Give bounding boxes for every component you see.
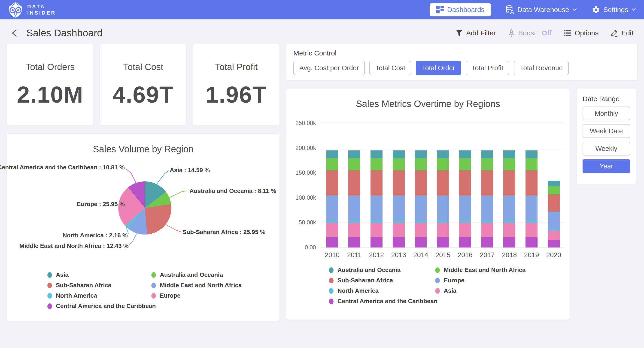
bar-column-2020[interactable] [542, 123, 565, 247]
chevron-down-icon [572, 8, 577, 11]
options-button[interactable]: Options [564, 29, 598, 37]
kpi-row: Total Orders 2.10M Total Cost 4.69T Tota… [7, 44, 280, 126]
legend-item-central-america-and-the-caribbean[interactable]: Central America and the Caribbean [329, 298, 435, 305]
kpi-card-total-profit: Total Profit 1.96T [193, 44, 280, 126]
brand-logo[interactable]: DATA INSIDER [8, 2, 56, 18]
legend-item-sub-saharan-africa[interactable]: Sub-Saharan Africa [329, 277, 435, 284]
gridline [321, 247, 565, 248]
legend-item-europe[interactable]: Europe [151, 292, 280, 299]
bar-stack-2016 [459, 150, 471, 247]
bar-segment-sub-saharan-africa [526, 170, 538, 195]
metric-option-total-order[interactable]: Total Order [416, 61, 461, 75]
boost-toggle[interactable]: Boost: Off [508, 29, 552, 37]
metric-option-avg-cost-per-order[interactable]: Avg. Cost per Order [293, 61, 365, 75]
bar-segment-north-america [370, 221, 382, 223]
legend-dot-icon [47, 283, 52, 288]
bar-segment-sub-saharan-africa [437, 170, 449, 195]
legend-item-north-america[interactable]: North America [47, 292, 151, 299]
metric-option-total-cost[interactable]: Total Cost [369, 61, 411, 75]
bar-segment-sub-saharan-africa [393, 170, 405, 195]
bar-stack-2014 [415, 150, 427, 247]
legend-dot-icon [435, 288, 440, 294]
bar-column-2013[interactable] [388, 123, 410, 247]
bar-segment-europe [393, 195, 405, 221]
bar-chart-card: Sales Metrics Overtime by Regions 250.00… [286, 89, 570, 319]
bar-segment-australia-and-oceania [348, 150, 360, 158]
bar-segment-middle-east-and-north-africa [370, 158, 382, 170]
add-filter-button[interactable]: Add Filter [456, 29, 496, 37]
legend-item-north-america[interactable]: North America [329, 287, 435, 294]
legend-item-sub-saharan-africa[interactable]: Sub-Saharan Africa [47, 282, 151, 289]
legend-dot-icon [435, 267, 440, 273]
legend-item-middle-east-and-north-africa[interactable]: Middle East and North Africa [151, 282, 280, 289]
bar-plot[interactable] [321, 123, 565, 247]
bar-segment-asia [415, 223, 427, 237]
dashboards-grid-icon [436, 6, 444, 14]
pie-legend: AsiaSub-Saharan AfricaNorth AmericaCentr… [47, 271, 280, 310]
bar-segment-middle-east-and-north-africa [459, 158, 471, 170]
legend-item-central-america-and-the-caribbean[interactable]: Central America and the Caribbean [47, 302, 151, 310]
bar-column-2018[interactable] [498, 123, 520, 247]
bar-column-2011[interactable] [343, 123, 366, 247]
bar-column-2014[interactable] [410, 123, 432, 247]
bar-y-axis: 250.00k200.00k150.00k100.00k50.00k0.00 [288, 123, 316, 247]
date-range-option-monthly[interactable]: Monthly [582, 107, 630, 120]
pie-chart[interactable] [118, 181, 172, 234]
bar-chart-title: Sales Metrics Overtime by Regions [286, 89, 570, 109]
bar-legend: Australia and OceaniaSub-Saharan AfricaN… [329, 266, 526, 305]
bar-stack-2015 [437, 150, 449, 247]
page-header: Sales Dashboard Add Filter Boost: [0, 20, 644, 44]
y-axis-tick: 150.00k [288, 169, 316, 176]
legend-item-australia-and-oceania[interactable]: Australia and Oceania [329, 266, 435, 274]
x-axis-label-2019: 2019 [520, 251, 542, 259]
bar-segment-central-america-and-the-caribbean [348, 237, 360, 247]
date-range-option-weekly[interactable]: Weekly [582, 142, 630, 156]
metric-option-total-revenue[interactable]: Total Revenue [514, 61, 569, 75]
bar-segment-sub-saharan-africa [326, 170, 338, 195]
metric-option-total-profit[interactable]: Total Profit [466, 61, 509, 75]
bar-segment-australia-and-oceania [481, 150, 493, 158]
back-button[interactable] [11, 28, 18, 38]
bar-segment-middle-east-and-north-africa [437, 158, 449, 170]
nav-item-data-warehouse[interactable]: Data Warehouse [506, 5, 577, 14]
bar-segment-north-america [503, 221, 515, 223]
bar-stack-2011 [348, 150, 360, 247]
legend-item-asia[interactable]: Asia [47, 271, 151, 278]
x-axis-label-2012: 2012 [366, 251, 388, 259]
bar-column-2019[interactable] [520, 123, 542, 247]
edit-button[interactable]: Edit [610, 29, 633, 37]
nav-item-dashboards[interactable]: Dashboards [430, 3, 491, 17]
date-range-option-week-date[interactable]: Week Date [582, 124, 630, 138]
y-axis-tick: 0.00 [288, 244, 316, 251]
bar-column-2010[interactable] [321, 123, 343, 247]
bar-segment-australia-and-oceania [437, 150, 449, 158]
legend-dot-icon [47, 303, 52, 309]
bar-column-2017[interactable] [476, 123, 498, 247]
navbar-menu: Dashboards Data Warehouse [430, 3, 636, 17]
legend-dot-icon [329, 267, 334, 273]
bar-stack-2020 [548, 181, 560, 247]
legend-item-australia-and-oceania[interactable]: Australia and Oceania [151, 271, 280, 278]
kpi-value: 4.69T [112, 81, 174, 108]
date-range-option-year[interactable]: Year [582, 159, 630, 173]
bar-column-2012[interactable] [366, 123, 388, 247]
legend-item-middle-east-and-north-africa[interactable]: Middle East and North Africa [435, 266, 526, 274]
x-axis-label-2017: 2017 [476, 251, 498, 259]
pie-area: Asia : 14.59 %Australia and Oceania : 8.… [7, 157, 280, 265]
bar-column-2015[interactable] [432, 123, 454, 247]
header-actions: Add Filter Boost: Off [456, 29, 633, 37]
bar-segment-asia [459, 223, 471, 237]
legend-item-europe[interactable]: Europe [435, 277, 526, 284]
nav-item-settings[interactable]: Settings [592, 6, 636, 14]
legend-label: North America [56, 292, 97, 299]
pie-slice-label-north-america: North America : 2.16 % [62, 232, 128, 239]
bar-segment-australia-and-oceania [526, 150, 538, 158]
bar-segment-asia [548, 231, 560, 240]
y-axis-tick: 50.00k [288, 219, 316, 226]
legend-label: Sub-Saharan Africa [338, 277, 393, 284]
legend-dot-icon [151, 272, 156, 278]
legend-item-asia[interactable]: Asia [435, 287, 526, 294]
bar-column-2016[interactable] [454, 123, 476, 247]
legend-label: Middle East and North Africa [444, 266, 526, 274]
kpi-title: Total Cost [123, 62, 163, 72]
